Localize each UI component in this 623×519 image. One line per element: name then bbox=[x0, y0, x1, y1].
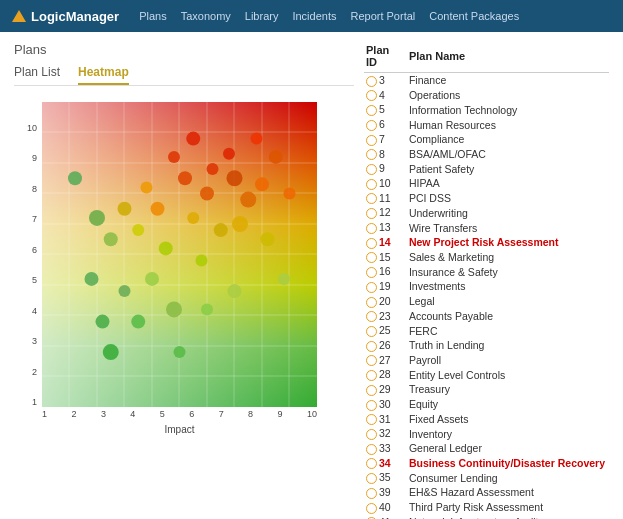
header: LogicManager Plans Taxonomy Library Inci… bbox=[0, 0, 623, 32]
plan-id-cell: 9 bbox=[364, 161, 407, 176]
svg-point-37 bbox=[196, 255, 208, 267]
table-row[interactable]: 25FERC bbox=[364, 323, 609, 338]
table-row[interactable]: 6Human Resources bbox=[364, 117, 609, 132]
table-row[interactable]: 12Underwriting bbox=[364, 205, 609, 220]
tabs: Plan List Heatmap bbox=[14, 65, 354, 86]
x-axis-title: Impact bbox=[42, 424, 317, 435]
svg-point-34 bbox=[118, 202, 132, 216]
plan-name-cell: Business Continuity/Disaster Recovery bbox=[407, 456, 609, 471]
logo-text: LogicManager bbox=[31, 9, 119, 24]
plan-name-cell: Finance bbox=[407, 73, 609, 88]
col-plan-name: Plan Name bbox=[407, 42, 609, 73]
svg-point-44 bbox=[166, 301, 182, 317]
row-icon bbox=[366, 193, 377, 204]
svg-point-40 bbox=[85, 272, 99, 286]
x-label-10: 10 bbox=[307, 409, 317, 425]
table-row[interactable]: 23Accounts Payable bbox=[364, 309, 609, 324]
table-row[interactable]: 19Investments bbox=[364, 279, 609, 294]
nav-report-portal[interactable]: Report Portal bbox=[350, 10, 415, 22]
svg-point-24 bbox=[255, 177, 269, 191]
plan-name-cell: Payroll bbox=[407, 353, 609, 368]
plan-name-cell: Wire Transfers bbox=[407, 220, 609, 235]
table-row[interactable]: 20Legal bbox=[364, 294, 609, 309]
row-icon bbox=[366, 179, 377, 190]
svg-point-38 bbox=[104, 232, 118, 246]
svg-point-31 bbox=[214, 223, 228, 237]
svg-point-52 bbox=[269, 150, 283, 164]
plan-name-cell: Truth in Lending bbox=[407, 338, 609, 353]
row-icon bbox=[366, 164, 377, 175]
table-row[interactable]: 7Compliance bbox=[364, 132, 609, 147]
table-row[interactable]: 39EH&S Hazard Assessment bbox=[364, 485, 609, 500]
table-row[interactable]: 26Truth in Lending bbox=[364, 338, 609, 353]
row-icon bbox=[366, 90, 377, 101]
nav-library[interactable]: Library bbox=[245, 10, 279, 22]
table-row[interactable]: 34Business Continuity/Disaster Recovery bbox=[364, 456, 609, 471]
row-icon bbox=[366, 473, 377, 484]
table-row[interactable]: 3Finance bbox=[364, 73, 609, 88]
y-label-9: 9 bbox=[32, 153, 37, 163]
svg-point-35 bbox=[132, 224, 144, 236]
y-label-10: 10 bbox=[27, 123, 37, 133]
table-row[interactable]: 27Payroll bbox=[364, 353, 609, 368]
svg-point-54 bbox=[261, 232, 275, 246]
table-row[interactable]: 15Sales & Marketing bbox=[364, 250, 609, 265]
plan-name-cell: Entity Level Controls bbox=[407, 367, 609, 382]
nav-content-packages[interactable]: Content Packages bbox=[429, 10, 519, 22]
logo-icon bbox=[12, 10, 26, 22]
table-row[interactable]: 16Insurance & Safety bbox=[364, 264, 609, 279]
nav-taxonomy[interactable]: Taxonomy bbox=[181, 10, 231, 22]
svg-point-22 bbox=[227, 170, 243, 186]
table-row[interactable]: 8BSA/AML/OFAC bbox=[364, 147, 609, 162]
row-icon bbox=[366, 385, 377, 396]
plan-name-cell: BSA/AML/OFAC bbox=[407, 147, 609, 162]
svg-point-53 bbox=[284, 188, 296, 200]
tab-plan-list[interactable]: Plan List bbox=[14, 65, 60, 85]
table-row[interactable]: 32Inventory bbox=[364, 426, 609, 441]
x-label-9: 9 bbox=[278, 409, 283, 425]
row-icon bbox=[366, 135, 377, 146]
plan-id-cell: 26 bbox=[364, 338, 407, 353]
table-row[interactable]: 28Entity Level Controls bbox=[364, 367, 609, 382]
table-row[interactable]: 31Fixed Assets bbox=[364, 412, 609, 427]
row-icon bbox=[366, 120, 377, 131]
plan-name-cell: Information Technology bbox=[407, 102, 609, 117]
row-icon bbox=[366, 297, 377, 308]
plan-id-cell: 39 bbox=[364, 485, 407, 500]
svg-point-33 bbox=[141, 181, 153, 193]
row-icon bbox=[366, 326, 377, 337]
table-row[interactable]: 10HIPAA bbox=[364, 176, 609, 191]
table-row[interactable]: 40Third Party Risk Assessment bbox=[364, 500, 609, 515]
plan-name-cell: Treasury bbox=[407, 382, 609, 397]
row-icon bbox=[366, 267, 377, 278]
x-label-4: 4 bbox=[130, 409, 135, 425]
table-row[interactable]: 33General Ledger bbox=[364, 441, 609, 456]
nav-incidents[interactable]: Incidents bbox=[292, 10, 336, 22]
y-label-1: 1 bbox=[32, 397, 37, 407]
plan-id-cell: 12 bbox=[364, 205, 407, 220]
table-row[interactable]: 13Wire Transfers bbox=[364, 220, 609, 235]
main-content: Plans Plan List Heatmap 1 2 3 4 5 6 7 8 … bbox=[0, 32, 623, 519]
plan-id-cell: 4 bbox=[364, 88, 407, 103]
tab-heatmap[interactable]: Heatmap bbox=[78, 65, 129, 85]
table-row[interactable]: 29Treasury bbox=[364, 382, 609, 397]
table-row[interactable]: 41Network Infrastructure Audit bbox=[364, 515, 609, 519]
table-row[interactable]: 30Equity bbox=[364, 397, 609, 412]
row-icon bbox=[366, 341, 377, 352]
y-label-6: 6 bbox=[32, 245, 37, 255]
left-panel: Plans Plan List Heatmap 1 2 3 4 5 6 7 8 … bbox=[14, 42, 354, 519]
y-label-4: 4 bbox=[32, 306, 37, 316]
chart-inner bbox=[42, 102, 317, 407]
plan-id-cell: 35 bbox=[364, 470, 407, 485]
row-icon bbox=[366, 414, 377, 425]
table-row[interactable]: 4Operations bbox=[364, 88, 609, 103]
table-row[interactable]: 9Patient Safety bbox=[364, 161, 609, 176]
svg-point-27 bbox=[168, 151, 180, 163]
table-row[interactable]: 5Information Technology bbox=[364, 102, 609, 117]
col-plan-id: Plan ID bbox=[364, 42, 407, 73]
table-row[interactable]: 35Consumer Lending bbox=[364, 470, 609, 485]
table-row[interactable]: 14New Project Risk Assessment bbox=[364, 235, 609, 250]
nav-plans[interactable]: Plans bbox=[139, 10, 167, 22]
svg-point-39 bbox=[89, 210, 105, 226]
table-row[interactable]: 11PCI DSS bbox=[364, 191, 609, 206]
